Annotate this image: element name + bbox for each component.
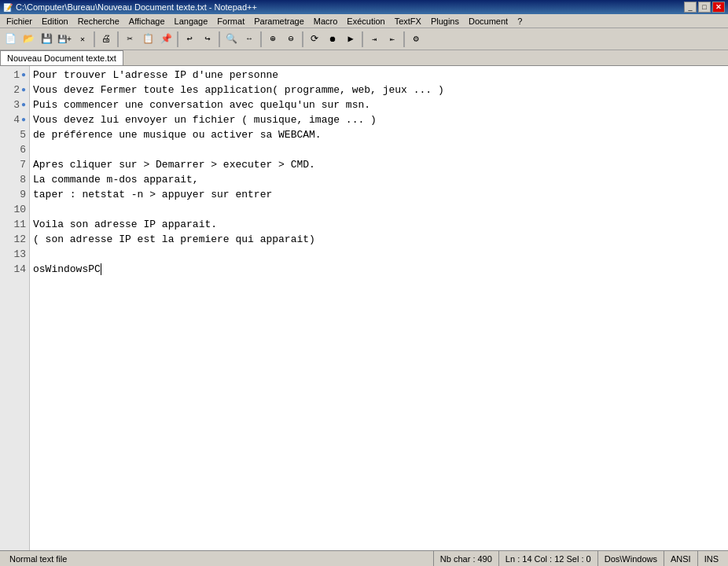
zoom-out-icon[interactable]: ⊖: [282, 31, 300, 48]
save-all-icon[interactable]: 💾+: [56, 31, 73, 48]
menu-item-plugins[interactable]: Plugins: [426, 16, 464, 27]
line-number-9: 9: [0, 187, 29, 202]
cut-icon[interactable]: ✂: [121, 31, 138, 48]
sync-icon[interactable]: ⟳: [306, 31, 323, 48]
macro-icon[interactable]: ⏺: [324, 31, 341, 48]
open-icon[interactable]: 📂: [20, 31, 37, 48]
code-line-6: [33, 142, 725, 157]
replace-icon[interactable]: ↔: [241, 31, 258, 48]
menu-item-recherche[interactable]: Recherche: [73, 16, 124, 27]
menu-item-parametrage[interactable]: Parametrage: [249, 16, 309, 27]
menu-item-textfx[interactable]: TextFX: [390, 16, 426, 27]
menu-item-fichier[interactable]: Fichier: [2, 16, 37, 27]
line-number-6: 6: [0, 142, 29, 157]
save-icon[interactable]: 💾: [38, 31, 55, 48]
status-lineending: Dos\Windows: [598, 551, 664, 566]
code-line-3: Puis commencer une conversation avec que…: [33, 97, 725, 112]
code-line-9: taper : netstat -n > appuyer sur entrer: [33, 187, 725, 202]
status-nbchar: Nb char : 490: [434, 551, 499, 566]
line-number-10: 10: [0, 202, 29, 217]
code-line-14: osWindowsPC: [33, 262, 725, 277]
sep5: [260, 31, 262, 47]
code-line-7: Apres cliquer sur > Demarrer > executer …: [33, 157, 725, 172]
find-icon[interactable]: 🔍: [222, 31, 240, 48]
code-line-10: [33, 202, 725, 217]
close-doc-icon[interactable]: ✕: [74, 31, 91, 48]
copy-icon[interactable]: 📋: [139, 31, 156, 48]
status-normal: Normal text file: [3, 551, 434, 566]
line-number-12: 12: [0, 232, 29, 247]
menu-item-exécution[interactable]: Exécution: [342, 16, 389, 27]
menu-item-edition[interactable]: Edition: [37, 16, 73, 27]
text-cursor: [101, 263, 101, 275]
status-bar: Normal text file Nb char : 490 Ln : 14 C…: [0, 550, 728, 566]
title-bar-buttons: _ □ ✕: [684, 2, 725, 13]
title-text: C:\Computer\Bureau\Nouveau Document text…: [16, 2, 257, 12]
menu-item-langage[interactable]: Langage: [170, 16, 213, 27]
line-number-7: 7: [0, 157, 29, 172]
tab-document[interactable]: Nouveau Document texte.txt: [0, 50, 123, 65]
menu-item-?[interactable]: ?: [513, 16, 527, 27]
sep3: [177, 31, 178, 47]
menu-bar: FichierEditionRechercheAffichageLangageF…: [0, 14, 728, 28]
line-number-1: 1●: [0, 68, 29, 83]
status-nbchar-text: Nb char : 490: [440, 554, 492, 564]
title-bar-title: 📝 C:\Computer\Bureau\Nouveau Document te…: [3, 2, 257, 12]
sep2: [117, 31, 119, 47]
redo-icon[interactable]: ↪: [199, 31, 216, 48]
line-number-13: 13: [0, 247, 29, 262]
line-numbers: 1●2●3●4●567891011121314: [0, 66, 30, 550]
sep6: [302, 31, 303, 47]
undo-icon[interactable]: ↩: [181, 31, 198, 48]
code-line-13: [33, 247, 725, 262]
status-normal-text: Normal text file: [9, 554, 67, 564]
code-line-5: de préférence une musique ou activer sa …: [33, 127, 725, 142]
sep4: [219, 31, 220, 47]
status-encoding-text: ANSI: [671, 554, 691, 564]
tab-bar: Nouveau Document texte.txt: [0, 50, 728, 66]
status-ins: INS: [698, 551, 725, 566]
code-line-11: Voila son adresse IP apparait.: [33, 217, 725, 232]
line-number-14: 14: [0, 262, 29, 277]
menu-item-document[interactable]: Document: [464, 16, 513, 27]
line-number-4: 4●: [0, 112, 29, 127]
play-icon[interactable]: ▶: [342, 31, 359, 48]
menu-item-macro[interactable]: Macro: [309, 16, 343, 27]
status-encoding: ANSI: [664, 551, 698, 566]
minimize-button[interactable]: _: [684, 2, 697, 13]
paste-icon[interactable]: 📌: [157, 31, 175, 48]
status-position-text: Ln : 14 Col : 12 Sel : 0: [506, 554, 591, 564]
outdent-icon[interactable]: ⇤: [384, 31, 401, 48]
title-bar: 📝 C:\Computer\Bureau\Nouveau Document te…: [0, 0, 728, 14]
menu-item-format[interactable]: Format: [212, 16, 249, 27]
menu-item-affichage[interactable]: Affichage: [124, 16, 170, 27]
indent-icon[interactable]: ⇥: [366, 31, 383, 48]
status-lineending-text: Dos\Windows: [605, 554, 657, 564]
status-position: Ln : 14 Col : 12 Sel : 0: [499, 551, 598, 566]
editor-content[interactable]: Pour trouver L'adresse IP d'une personne…: [30, 66, 728, 550]
new-icon[interactable]: 📄: [2, 31, 19, 48]
code-line-2: Vous devez Fermer toute les application(…: [33, 83, 725, 97]
maximize-button[interactable]: □: [698, 2, 711, 13]
print-icon[interactable]: 🖨: [97, 31, 115, 48]
zoom-in-icon[interactable]: ⊕: [264, 31, 281, 48]
sep8: [403, 31, 405, 47]
line-number-3: 3●: [0, 97, 29, 112]
settings-icon[interactable]: ⚙: [407, 31, 425, 48]
code-line-1: Pour trouver L'adresse IP d'une personne: [33, 68, 725, 83]
code-line-4: Vous devez lui envoyer un fichier ( musi…: [33, 112, 725, 127]
line-number-11: 11: [0, 217, 29, 232]
status-ins-text: INS: [704, 554, 719, 564]
window: 📝 C:\Computer\Bureau\Nouveau Document te…: [0, 0, 728, 566]
code-line-8: La commande m-dos apparait,: [33, 172, 725, 187]
toolbar: 📄 📂 💾 💾+ ✕ 🖨 ✂ 📋 📌 ↩ ↪ 🔍 ↔ ⊕ ⊖ ⟳ ⏺ ▶ ⇥ ⇤…: [0, 28, 728, 50]
code-line-12: ( son adresse IP est la premiere qui app…: [33, 232, 725, 247]
line-number-5: 5: [0, 127, 29, 142]
sep1: [94, 31, 95, 47]
line-number-8: 8: [0, 172, 29, 187]
line-number-2: 2●: [0, 83, 29, 97]
editor-container: 1●2●3●4●567891011121314 Pour trouver L'a…: [0, 66, 728, 550]
tab-label: Nouveau Document texte.txt: [7, 53, 116, 63]
sep7: [362, 31, 363, 47]
close-button[interactable]: ✕: [712, 2, 725, 13]
